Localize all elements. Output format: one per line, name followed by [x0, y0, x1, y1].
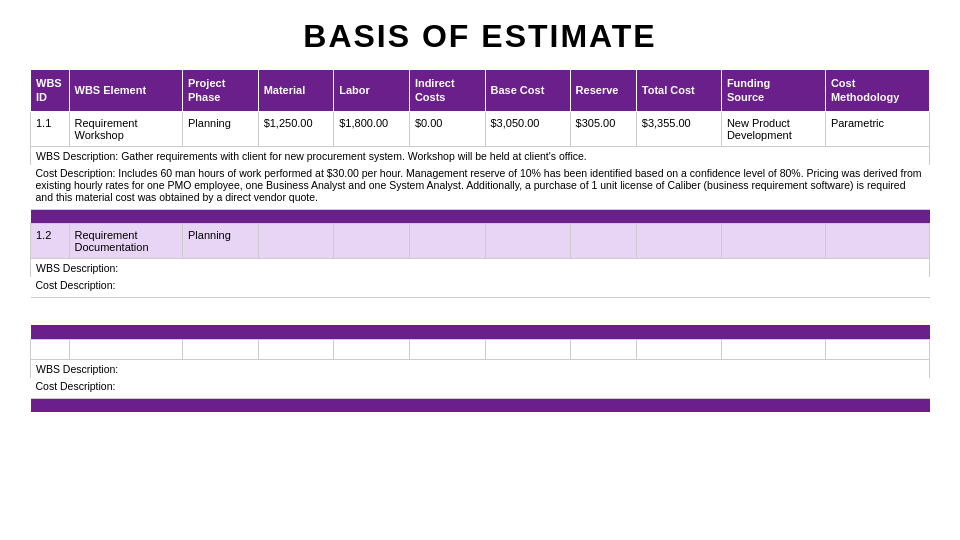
- cell-base-cost: $3,050.00: [485, 111, 570, 146]
- purple-divider-1: [31, 209, 930, 223]
- cell-base-cost-2: [485, 223, 570, 258]
- estimate-table: WBSID WBS Element ProjectPhase Material …: [30, 69, 930, 412]
- cell-material: $1,250.00: [258, 111, 334, 146]
- purple-divider-2: [31, 325, 930, 339]
- table-row-2: 1.2 RequirementDocumentation Planning: [31, 223, 930, 258]
- cell-indirect-costs-2: [409, 223, 485, 258]
- wbs-description-row-3: WBS Description:: [31, 359, 930, 378]
- col-header-project-phase: ProjectPhase: [183, 70, 259, 112]
- wbs-description-1: WBS Description: Gather requirements wit…: [31, 146, 930, 165]
- col-header-wbs-element: WBS Element: [69, 70, 182, 112]
- cell-wbs-element-2: RequirementDocumentation: [69, 223, 182, 258]
- cell-reserve: $305.00: [570, 111, 636, 146]
- cost-description-row-3: Cost Description:: [31, 378, 930, 399]
- col-header-funding-source: FundingSource: [721, 70, 825, 112]
- cost-description-1: Cost Description: Includes 60 man hours …: [31, 165, 930, 210]
- page-title: BASIS OF ESTIMATE: [30, 18, 930, 55]
- cell-total-cost-2: [636, 223, 721, 258]
- cost-description-2: Cost Description:: [31, 277, 930, 298]
- cost-description-3: Cost Description:: [31, 378, 930, 399]
- table-header-row: WBSID WBS Element ProjectPhase Material …: [31, 70, 930, 112]
- cost-description-row-1: Cost Description: Includes 60 man hours …: [31, 165, 930, 210]
- cell-project-phase-2: Planning: [183, 223, 259, 258]
- spacer-row-1: [31, 297, 930, 325]
- cell-wbs-element: RequirementWorkshop: [69, 111, 182, 146]
- wbs-description-3: WBS Description:: [31, 359, 930, 378]
- col-header-wbs-id: WBSID: [31, 70, 70, 112]
- col-header-indirect-costs: IndirectCosts: [409, 70, 485, 112]
- col-header-cost-methodology: CostMethodology: [825, 70, 929, 112]
- wbs-description-row-2: WBS Description:: [31, 258, 930, 277]
- col-header-total-cost: Total Cost: [636, 70, 721, 112]
- cell-labor: $1,800.00: [334, 111, 410, 146]
- page: BASIS OF ESTIMATE WBSID WBS Element Proj…: [0, 0, 960, 540]
- cell-total-cost: $3,355.00: [636, 111, 721, 146]
- cell-wbs-id: 1.1: [31, 111, 70, 146]
- cell-cost-methodology: Parametric: [825, 111, 929, 146]
- cell-indirect-costs: $0.00: [409, 111, 485, 146]
- cell-project-phase: Planning: [183, 111, 259, 146]
- col-header-base-cost: Base Cost: [485, 70, 570, 112]
- col-header-material: Material: [258, 70, 334, 112]
- cell-labor-2: [334, 223, 410, 258]
- cell-cost-methodology-2: [825, 223, 929, 258]
- col-header-labor: Labor: [334, 70, 410, 112]
- cell-material-2: [258, 223, 334, 258]
- table-row-3: [31, 339, 930, 359]
- wbs-description-2: WBS Description:: [31, 258, 930, 277]
- col-header-reserve: Reserve: [570, 70, 636, 112]
- cell-wbs-id-2: 1.2: [31, 223, 70, 258]
- cell-funding-source: New ProductDevelopment: [721, 111, 825, 146]
- table-row: 1.1 RequirementWorkshop Planning $1,250.…: [31, 111, 930, 146]
- cost-description-row-2: Cost Description:: [31, 277, 930, 298]
- cell-reserve-2: [570, 223, 636, 258]
- purple-divider-3: [31, 398, 930, 412]
- wbs-description-row-1: WBS Description: Gather requirements wit…: [31, 146, 930, 165]
- cell-funding-source-2: [721, 223, 825, 258]
